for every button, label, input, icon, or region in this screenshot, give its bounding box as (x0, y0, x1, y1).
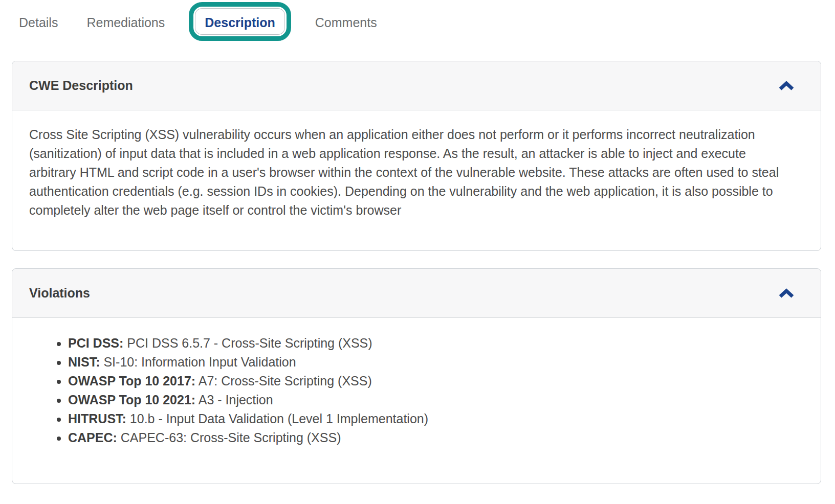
violation-text: PCI DSS 6.5.7 - Cross-Site Scripting (XS… (123, 336, 372, 350)
tab-details[interactable]: Details (19, 15, 58, 40)
cwe-description-title: CWE Description (29, 78, 133, 93)
tab-bar: Details Remediations Description Comment… (0, 0, 835, 47)
violation-standard-label: HITRUST: (68, 411, 126, 426)
cwe-description-panel: CWE Description Cross Site Scripting (XS… (12, 61, 821, 251)
cwe-description-body: Cross Site Scripting (XSS) vulnerability… (12, 110, 821, 250)
violation-item: CAPEC: CAPEC-63: Cross-Site Scripting (X… (68, 428, 796, 447)
violation-standard-label: PCI DSS: (68, 336, 123, 350)
violations-body: PCI DSS: PCI DSS 6.5.7 - Cross-Site Scri… (12, 318, 821, 484)
violation-standard-label: OWASP Top 10 2017: (68, 374, 195, 388)
violation-item: OWASP Top 10 2017: A7: Cross-Site Script… (68, 372, 796, 391)
violation-text: A3 - Injection (195, 393, 273, 407)
violations-collapse-button[interactable] (776, 286, 797, 301)
violations-panel: Violations PCI DSS: PCI DSS 6.5.7 - Cros… (12, 268, 821, 484)
chevron-up-icon (778, 81, 795, 91)
violation-text: SI-10: Information Input Validation (100, 355, 296, 369)
violation-item: OWASP Top 10 2021: A3 - Injection (68, 391, 796, 409)
violation-text: A7: Cross-Site Scripting (XSS) (195, 374, 372, 388)
violation-standard-label: OWASP Top 10 2021: (68, 393, 195, 407)
tab-comments[interactable]: Comments (315, 15, 377, 40)
violation-standard-label: NIST: (68, 355, 100, 369)
cwe-description-header: CWE Description (12, 61, 821, 110)
violations-list: PCI DSS: PCI DSS 6.5.7 - Cross-Site Scri… (29, 334, 796, 447)
tab-remediations[interactable]: Remediations (86, 15, 165, 40)
tab-description[interactable]: Description (205, 15, 275, 41)
violation-text: CAPEC-63: Cross-Site Scripting (XSS) (117, 430, 341, 445)
violations-title: Violations (29, 286, 90, 301)
violation-item: PCI DSS: PCI DSS 6.5.7 - Cross-Site Scri… (68, 334, 796, 353)
tab-description-label: Description (205, 15, 275, 30)
violation-standard-label: CAPEC: (68, 430, 117, 445)
cwe-description-collapse-button[interactable] (776, 79, 797, 93)
chevron-up-icon (778, 288, 795, 299)
violations-header: Violations (12, 269, 821, 318)
violation-item: NIST: SI-10: Information Input Validatio… (68, 353, 796, 372)
violation-item: HITRUST: 10.b - Input Data Validation (L… (68, 409, 796, 428)
violation-text: 10.b - Input Data Validation (Level 1 Im… (126, 411, 428, 426)
